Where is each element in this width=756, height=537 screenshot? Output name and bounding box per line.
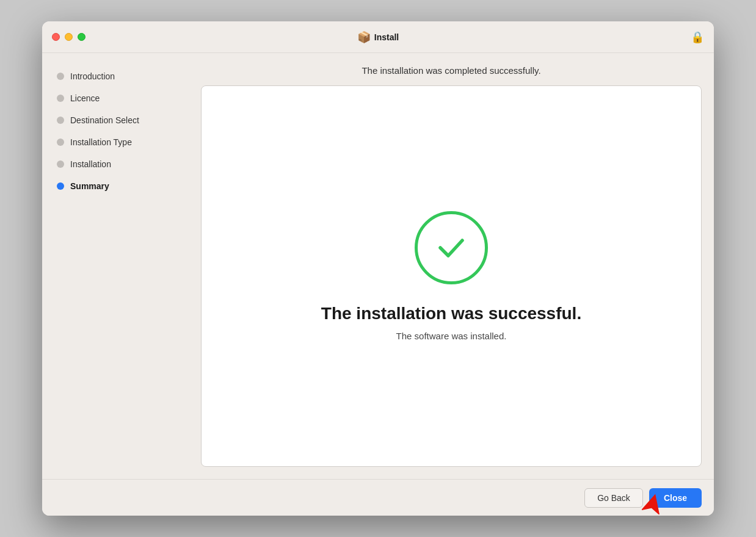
titlebar-title: 📦 Install <box>357 31 399 44</box>
installer-window: 📦 Install 🔒 Introduction Licence Destina… <box>42 21 714 516</box>
lock-icon: 🔒 <box>691 31 704 44</box>
sidebar-dot-destination-select <box>57 117 64 124</box>
checkmark-icon <box>433 229 470 266</box>
close-traffic-light[interactable] <box>52 33 60 41</box>
minimize-traffic-light[interactable] <box>65 33 73 41</box>
sidebar-dot-introduction <box>57 73 64 80</box>
sidebar-item-summary: Summary <box>52 175 191 197</box>
success-subtitle: The software was installed. <box>396 331 507 341</box>
zoom-traffic-light[interactable] <box>78 33 85 41</box>
sidebar: Introduction Licence Destination Select … <box>42 53 201 479</box>
sidebar-item-destination-select: Destination Select <box>52 109 191 131</box>
sidebar-item-introduction: Introduction <box>52 65 191 87</box>
content-box: The installation was successful. The sof… <box>201 85 702 467</box>
sidebar-label-introduction: Introduction <box>70 71 115 81</box>
sidebar-label-destination-select: Destination Select <box>70 115 139 125</box>
sidebar-label-installation: Installation <box>70 159 111 169</box>
sidebar-label-installation-type: Installation Type <box>70 137 132 147</box>
sidebar-dot-summary <box>57 182 64 190</box>
success-title: The installation was successful. <box>321 304 581 323</box>
go-back-button[interactable]: Go Back <box>584 488 643 508</box>
footer: Go Back Close <box>42 479 714 516</box>
window-title: Install <box>374 32 399 42</box>
svg-marker-0 <box>642 492 664 514</box>
sidebar-item-installation-type: Installation Type <box>52 131 191 153</box>
arrow-pointer-icon <box>642 492 664 514</box>
sidebar-item-licence: Licence <box>52 87 191 109</box>
app-icon: 📦 <box>357 31 371 44</box>
success-circle <box>415 211 488 284</box>
right-panel: The installation was completed successfu… <box>201 53 714 479</box>
main-content: Introduction Licence Destination Select … <box>42 53 714 479</box>
titlebar: 📦 Install 🔒 <box>42 21 714 53</box>
sidebar-dot-installation-type <box>57 139 64 146</box>
traffic-lights <box>52 33 85 41</box>
completion-header: The installation was completed successfu… <box>201 65 702 76</box>
sidebar-dot-licence <box>57 95 64 102</box>
sidebar-dot-installation <box>57 160 64 168</box>
sidebar-label-summary: Summary <box>70 181 109 191</box>
sidebar-item-installation: Installation <box>52 153 191 175</box>
sidebar-label-licence: Licence <box>70 93 100 103</box>
